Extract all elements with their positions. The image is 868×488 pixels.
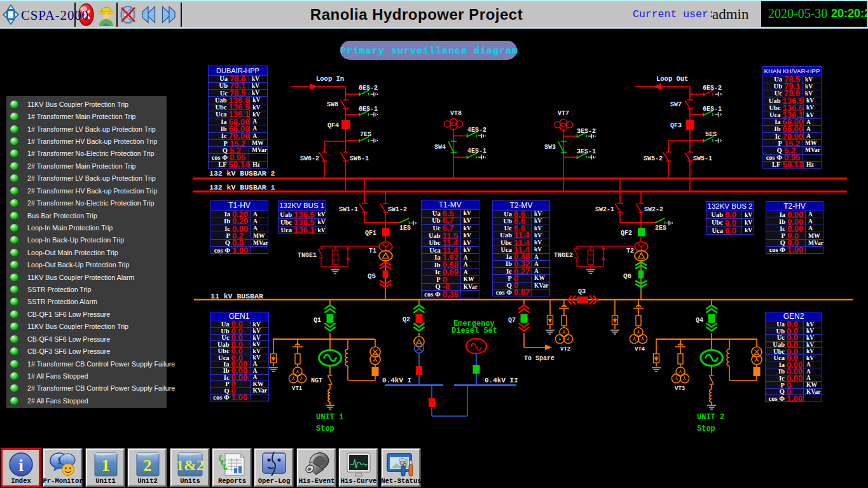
svg-text:Q1: Q1 — [313, 317, 321, 324]
svg-text:Q2: Q2 — [403, 316, 410, 323]
svg-text:1ES: 1ES — [399, 225, 411, 232]
svg-text:SW2-2: SW2-2 — [644, 206, 663, 213]
svg-text:3ES-2: 3ES-2 — [577, 128, 596, 135]
svg-text:4ES-1: 4ES-1 — [467, 148, 486, 155]
svg-text:SW1-2: SW1-2 — [388, 206, 407, 213]
svg-text:T1: T1 — [369, 247, 376, 254]
svg-text:11 kV BUSBAR: 11 kV BUSBAR — [210, 292, 263, 300]
svg-text:1&2: 1&2 — [177, 457, 203, 473]
svg-text:SW5-2: SW5-2 — [644, 155, 663, 162]
svg-text:To Spare: To Spare — [524, 355, 555, 362]
svg-text:QF4: QF4 — [327, 122, 339, 129]
svg-text:TNGE1: TNGE1 — [298, 252, 317, 259]
svg-text:Diesel Set: Diesel Set — [451, 326, 497, 335]
svg-text:VT3: VT3 — [675, 386, 685, 392]
svg-text:SW7: SW7 — [670, 101, 682, 108]
svg-text:T2: T2 — [626, 247, 634, 254]
svg-text:VT2: VT2 — [560, 346, 570, 352]
svg-text:SW5-1: SW5-1 — [693, 155, 712, 162]
svg-text:2: 2 — [143, 456, 151, 475]
svg-text:QF2: QF2 — [621, 230, 632, 237]
svg-text:VT4: VT4 — [635, 346, 645, 352]
svg-text:i: i — [18, 456, 23, 475]
svg-text:SW3: SW3 — [544, 144, 556, 151]
svg-text:0.4kV I: 0.4kV I — [382, 377, 411, 384]
svg-text:132 kV BUSBAR 2: 132 kV BUSBAR 2 — [209, 169, 275, 178]
svg-text:132 kV BUSBAR 1: 132 kV BUSBAR 1 — [209, 183, 275, 192]
svg-text:Loop Out: Loop Out — [656, 75, 688, 83]
svg-text:UNIT 2: UNIT 2 — [697, 413, 724, 422]
svg-text:Q4: Q4 — [696, 317, 703, 324]
svg-text:5ES: 5ES — [705, 131, 717, 138]
svg-text:SW2-1: SW2-1 — [595, 206, 614, 213]
svg-text:Q5: Q5 — [368, 272, 376, 280]
svg-text:QF1: QF1 — [365, 230, 376, 237]
svg-text:VT1: VT1 — [292, 386, 303, 392]
svg-text:VT7: VT7 — [558, 110, 569, 117]
svg-text:QF3: QF3 — [670, 122, 682, 129]
svg-text:SW8: SW8 — [327, 101, 338, 108]
svg-text:NGT: NGT — [311, 377, 322, 384]
svg-text:1: 1 — [101, 456, 109, 475]
svg-text:VT8: VT8 — [450, 110, 462, 117]
svg-text:Stop: Stop — [316, 424, 334, 433]
svg-text:Stop: Stop — [697, 424, 715, 433]
svg-text:8ES-2: 8ES-2 — [359, 85, 378, 92]
svg-text:7ES: 7ES — [360, 131, 371, 138]
svg-text:4ES-2: 4ES-2 — [467, 127, 486, 134]
svg-text:0.4kV II: 0.4kV II — [485, 377, 518, 384]
svg-text:Loop In: Loop In — [316, 75, 344, 83]
svg-text:Q6: Q6 — [623, 272, 631, 280]
svg-text:Q3: Q3 — [578, 288, 586, 295]
svg-text:Q7: Q7 — [508, 317, 516, 324]
svg-text:6ES-1: 6ES-1 — [703, 106, 722, 113]
svg-text:6ES-2: 6ES-2 — [703, 85, 722, 92]
svg-text:SW6-1: SW6-1 — [350, 155, 369, 162]
svg-text:!: ! — [57, 455, 61, 467]
svg-text:2ES: 2ES — [655, 225, 666, 232]
svg-text:UNIT 1: UNIT 1 — [316, 413, 343, 422]
svg-text:SW4: SW4 — [434, 144, 446, 151]
svg-text:TNGE2: TNGE2 — [554, 252, 573, 259]
svg-text:3ES-1: 3ES-1 — [577, 148, 596, 155]
svg-text:SW1-1: SW1-1 — [339, 206, 358, 213]
svg-text:8ES-1: 8ES-1 — [359, 106, 378, 113]
svg-text:SW6-2: SW6-2 — [300, 155, 319, 162]
